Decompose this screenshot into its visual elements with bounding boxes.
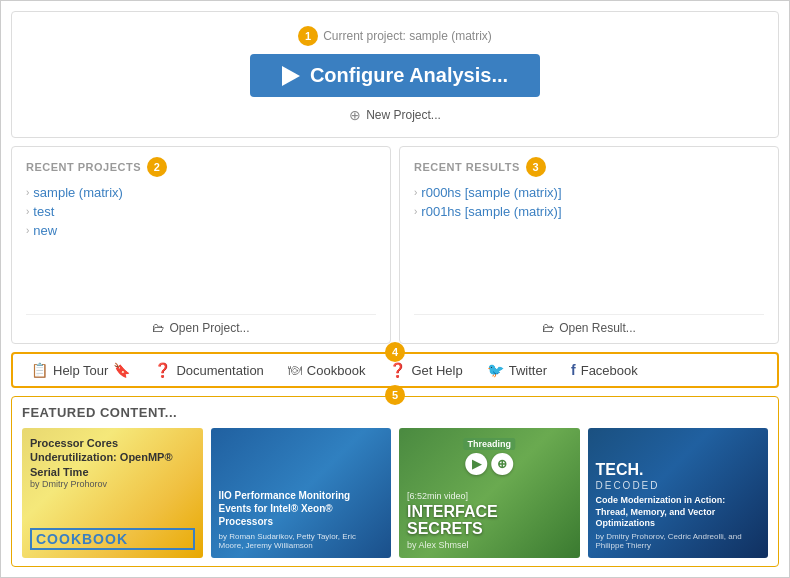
list-item: › r000hs [sample (matrix)] <box>414 185 764 200</box>
list-item: › test <box>26 204 376 219</box>
configure-analysis-button[interactable]: Configure Analysis... <box>250 54 540 97</box>
folder-icon: 🗁 <box>542 321 554 335</box>
card-1-author: by Dmitry Prohorov <box>30 479 195 489</box>
badge-3: 3 <box>526 157 546 177</box>
threading-overlay: Threading ▶ ⊕ <box>463 438 515 475</box>
card-3-author: by Alex Shmsel <box>407 540 572 550</box>
facebook-button[interactable]: f Facebook <box>559 356 650 384</box>
chevron-right-icon: › <box>26 187 29 198</box>
open-result-button[interactable]: 🗁 Open Result... <box>542 321 636 335</box>
badge-5: 5 <box>385 385 405 405</box>
folder-icon: 🗁 <box>152 321 164 335</box>
recent-results-footer: 🗁 Open Result... <box>414 314 764 335</box>
thread-circle-2: ⊕ <box>491 453 513 475</box>
project-link-sample[interactable]: sample (matrix) <box>33 185 123 200</box>
play-icon <box>282 66 300 86</box>
new-project-button[interactable]: ⊕ New Project... <box>349 107 441 123</box>
chevron-right-icon: › <box>414 187 417 198</box>
recent-projects-footer: 🗁 Open Project... <box>26 314 376 335</box>
help-tour-icon: 📋 <box>31 362 48 378</box>
card-3-title: INTERFACE SECRETS <box>407 503 572 538</box>
badge-4-container: 4 <box>385 342 405 362</box>
recent-projects-header: RECENT PROJECTS 2 <box>26 157 376 177</box>
cookbook-button[interactable]: 🍽 Cookbook <box>276 356 378 384</box>
recent-results-links: › r000hs [sample (matrix)] › r001hs [sam… <box>414 185 764 308</box>
badge-5-container: 5 <box>385 385 405 405</box>
list-item: › r001hs [sample (matrix)] <box>414 204 764 219</box>
list-item: › new <box>26 223 376 238</box>
featured-card-1[interactable]: Processor Cores Underutilization: OpenMP… <box>22 428 203 558</box>
badge-2: 2 <box>147 157 167 177</box>
result-link-r000hs[interactable]: r000hs [sample (matrix)] <box>421 185 561 200</box>
featured-section: 5 FEATURED CONTENT... Processor Cores Un… <box>11 396 779 567</box>
recent-projects-links: › sample (matrix) › test › new <box>26 185 376 308</box>
card-4-title: Code Modernization in Action: Thread, Me… <box>596 495 761 530</box>
twitter-icon: 🐦 <box>487 362 504 378</box>
card-1-title: Processor Cores Underutilization: OpenMP… <box>30 436 195 479</box>
middle-row: RECENT PROJECTS 2 › sample (matrix) › te… <box>11 146 779 344</box>
list-item: › sample (matrix) <box>26 185 376 200</box>
recent-results-header: RECENT RESULTS 3 <box>414 157 764 177</box>
twitter-button[interactable]: 🐦 Twitter <box>475 356 559 384</box>
card-4-author: by Dmitry Prohorov, Cedric Andreolli, an… <box>596 532 761 550</box>
project-link-test[interactable]: test <box>33 204 54 219</box>
featured-card-2[interactable]: IIO Performance Monitoring Events for In… <box>211 428 392 558</box>
chevron-right-icon: › <box>26 225 29 236</box>
chevron-right-icon: › <box>26 206 29 217</box>
recent-projects-panel: RECENT PROJECTS 2 › sample (matrix) › te… <box>11 146 391 344</box>
toolbar-row: 4 📋 Help Tour 🔖 ❓ Documentation 🍽 Cookbo… <box>11 352 779 388</box>
top-section: 1 Current project: sample (matrix) Confi… <box>11 11 779 138</box>
facebook-icon: f <box>571 362 576 378</box>
featured-title: FEATURED CONTENT... <box>22 405 768 420</box>
featured-card-4[interactable]: TECH. DECODED Code Modernization in Acti… <box>588 428 769 558</box>
card-2-author: by Roman Sudarikov, Petty Taylor, Eric M… <box>219 532 384 550</box>
result-link-r001hs[interactable]: r001hs [sample (matrix)] <box>421 204 561 219</box>
card-4-logo-sub: DECODED <box>596 480 761 491</box>
chevron-right-icon: › <box>414 206 417 217</box>
thread-circle-1: ▶ <box>465 453 487 475</box>
threading-label: Threading <box>463 438 515 450</box>
cookbook-label: COOKBOOK <box>30 528 195 550</box>
cookbook-icon: 🍽 <box>288 362 302 378</box>
get-help-icon: ❓ <box>389 362 406 378</box>
project-link-new[interactable]: new <box>33 223 57 238</box>
documentation-button[interactable]: ❓ Documentation <box>142 356 275 384</box>
documentation-icon: ❓ <box>154 362 171 378</box>
card-4-logo: TECH. <box>596 462 761 478</box>
help-tour-button[interactable]: 📋 Help Tour 🔖 <box>19 356 142 384</box>
open-project-button[interactable]: 🗁 Open Project... <box>152 321 249 335</box>
current-project-label: 1 Current project: sample (matrix) <box>298 26 492 46</box>
card-2-title: IIO Performance Monitoring Events for In… <box>219 489 384 528</box>
featured-card-3[interactable]: Threading ▶ ⊕ [6:52min video] INTERFACE … <box>399 428 580 558</box>
bookmark-icon: 🔖 <box>113 362 130 378</box>
new-project-icon: ⊕ <box>349 107 361 123</box>
badge-4: 4 <box>385 342 405 362</box>
recent-results-panel: RECENT RESULTS 3 › r000hs [sample (matri… <box>399 146 779 344</box>
card-3-tag: [6:52min video] <box>407 491 572 501</box>
main-container: 1 Current project: sample (matrix) Confi… <box>0 0 790 578</box>
featured-cards: Processor Cores Underutilization: OpenMP… <box>22 428 768 558</box>
threading-icons: ▶ ⊕ <box>465 453 513 475</box>
badge-1: 1 <box>298 26 318 46</box>
